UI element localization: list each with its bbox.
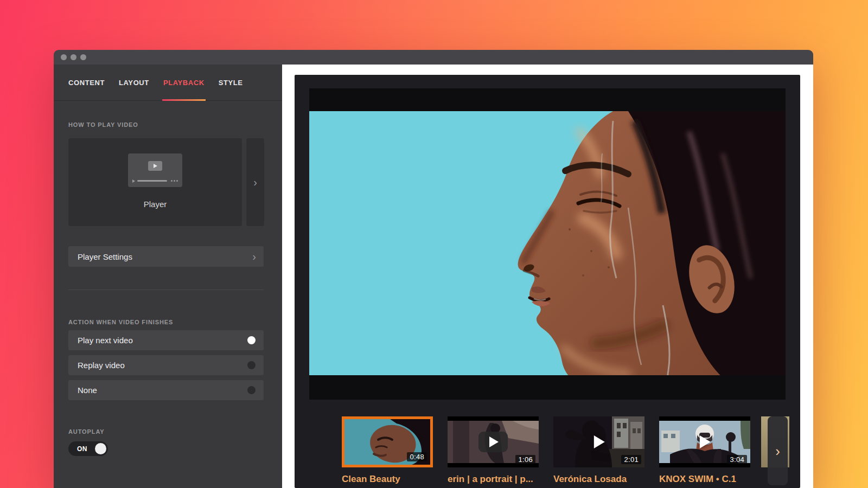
play-mode-card-label: Player [68,200,242,209]
playlist-item-title[interactable]: KNOX SWIM • C.1 [659,474,752,485]
video-still-woman-profile [309,88,786,400]
toggle-state-label: ON [77,445,87,453]
playlist-next-button[interactable]: › [768,416,788,485]
option-label: Play next video [78,336,247,345]
radio-selected-icon[interactable] [247,336,256,344]
video-thumbnail[interactable]: 2:01 [553,416,644,467]
tab-content-label: CONTENT [68,79,105,87]
duration-badge: 1:06 [515,455,535,464]
option-label: Replay video [78,361,247,370]
option-none[interactable]: None [68,380,264,400]
video-thumbnail[interactable]: 1:06 [448,416,539,467]
tab-playback-label: PLAYBACK [163,79,205,87]
playlist-item-erin-portrait[interactable]: 1:06 erin | a portrait | p... [448,416,541,467]
window-close-icon[interactable] [61,54,67,60]
autoplay-toggle[interactable]: ON [68,441,108,456]
option-replay-video[interactable]: Replay video [68,355,264,375]
tab-style[interactable]: STYLE [219,65,243,100]
section-divider [68,290,264,290]
radio-unselected-icon[interactable] [247,386,256,394]
tab-playback[interactable]: PLAYBACK [163,65,205,100]
play-icon [594,435,605,448]
play-mode-card-player[interactable]: Player [68,138,242,226]
preview-panel: 0:48 Clean Beauty [282,65,813,488]
duration-badge: 3:04 [727,455,747,464]
autoplay-section-label: AUTOPLAY [68,428,264,435]
option-label: None [78,386,247,395]
video-thumbnail[interactable]: 3:04 [659,416,750,467]
app-window: CONTENT LAYOUT PLAYBACK STYLE HOW TO PLA… [54,50,813,488]
settings-tab-bar: CONTENT LAYOUT PLAYBACK STYLE [54,65,282,101]
player-controls-icon [132,179,178,182]
video-thumbnail[interactable]: 0:48 [342,416,433,467]
player-preview-icon [128,153,182,187]
how-to-play-section-label: HOW TO PLAY VIDEO [68,121,264,128]
tab-content[interactable]: CONTENT [68,65,105,100]
play-icon [478,432,508,452]
playlist-item-title[interactable]: Verónica Losada [553,474,647,485]
window-titlebar[interactable] [54,50,813,65]
toggle-knob[interactable] [95,443,106,454]
option-play-next-video[interactable]: Play next video [68,330,264,350]
playlist-item-title[interactable]: Clean Beauty [342,474,435,485]
player-settings-button[interactable]: Player Settings › [68,246,264,267]
playlist-item-veronica-losada[interactable]: 2:01 Verónica Losada [553,416,647,467]
chevron-right-icon: › [775,444,780,458]
window-minimize-icon[interactable] [71,54,76,60]
active-tab-underline [162,99,206,101]
player-settings-label: Player Settings [78,252,252,261]
sidebar-content: HOW TO PLAY VIDEO Player › [54,121,282,456]
playlist-item-clean-beauty[interactable]: 0:48 Clean Beauty [342,416,435,467]
player-stage: 0:48 Clean Beauty [295,75,800,488]
window-body: CONTENT LAYOUT PLAYBACK STYLE HOW TO PLA… [54,65,813,488]
settings-sidebar: CONTENT LAYOUT PLAYBACK STYLE HOW TO PLA… [54,65,282,488]
playlist-item-title[interactable]: erin | a portrait | p... [448,474,541,485]
play-mode-carousel: Player › [68,138,264,226]
duration-badge: 2:01 [621,455,641,464]
radio-unselected-icon[interactable] [247,361,256,369]
playlist-carousel: 0:48 Clean Beauty [295,416,800,488]
tab-layout-label: LAYOUT [119,79,149,87]
video-frame[interactable] [309,88,786,400]
chevron-right-icon: › [253,177,257,188]
window-zoom-icon[interactable] [80,54,86,60]
tab-style-label: STYLE [219,79,243,87]
tab-layout[interactable]: LAYOUT [119,65,149,100]
play-button-icon [148,161,162,171]
finish-action-section-label: ACTION WHEN VIDEO FINISHES [68,319,264,325]
play-mode-next-card[interactable]: › [246,138,264,226]
play-icon [700,435,711,448]
playlist-item-knox-swim[interactable]: 3:04 KNOX SWIM • C.1 [659,416,752,467]
duration-badge: 0:48 [407,452,427,461]
chevron-right-icon: › [252,251,256,262]
